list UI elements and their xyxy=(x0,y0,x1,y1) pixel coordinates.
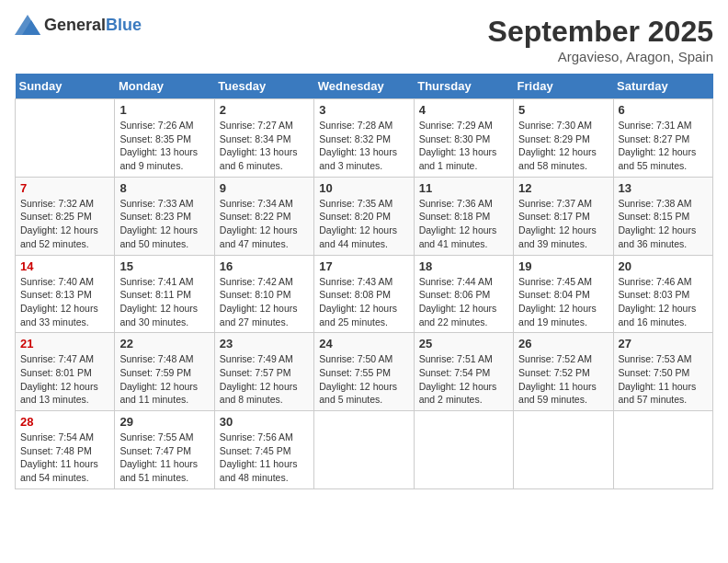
day-info: Sunrise: 7:48 AMSunset: 7:59 PMDaylight:… xyxy=(119,352,209,407)
day-info: Sunrise: 7:50 AMSunset: 7:55 PMDaylight:… xyxy=(319,352,408,407)
calendar-cell: 11Sunrise: 7:36 AMSunset: 8:18 PMDayligh… xyxy=(414,177,513,255)
day-number: 4 xyxy=(419,103,508,117)
day-info: Sunrise: 7:53 AMSunset: 7:50 PMDaylight:… xyxy=(619,352,708,407)
day-info: Sunrise: 7:35 AMSunset: 8:20 PMDaylight:… xyxy=(319,197,408,251)
day-info: Sunrise: 7:56 AMSunset: 7:45 PMDaylight:… xyxy=(220,431,309,485)
calendar-table: SundayMondayTuesdayWednesdayThursdayFrid… xyxy=(15,74,713,489)
calendar-cell xyxy=(514,411,613,489)
day-number: 11 xyxy=(419,181,508,195)
calendar-cell: 13Sunrise: 7:38 AMSunset: 8:15 PMDayligh… xyxy=(613,177,712,255)
page-header: GeneralBlue September 2025 Argavieso, Ar… xyxy=(15,15,713,64)
day-info: Sunrise: 7:40 AMSunset: 8:13 PMDaylight:… xyxy=(20,275,109,329)
day-number: 20 xyxy=(619,259,708,273)
calendar-cell xyxy=(613,411,712,489)
title-block: September 2025 Argavieso, Aragon, Spain xyxy=(488,15,713,64)
calendar-cell: 8Sunrise: 7:33 AMSunset: 8:23 PMDaylight… xyxy=(115,177,214,255)
day-info: Sunrise: 7:36 AMSunset: 8:18 PMDaylight:… xyxy=(419,197,508,251)
day-info: Sunrise: 7:46 AMSunset: 8:03 PMDaylight:… xyxy=(619,275,708,329)
day-info: Sunrise: 7:31 AMSunset: 8:27 PMDaylight:… xyxy=(619,119,708,173)
calendar-cell: 4Sunrise: 7:29 AMSunset: 8:30 PMDaylight… xyxy=(414,99,513,178)
calendar-cell: 6Sunrise: 7:31 AMSunset: 8:27 PMDaylight… xyxy=(613,99,712,178)
week-row-3: 14Sunrise: 7:40 AMSunset: 8:13 PMDayligh… xyxy=(16,255,713,333)
day-number: 3 xyxy=(319,103,408,117)
day-info: Sunrise: 7:54 AMSunset: 7:48 PMDaylight:… xyxy=(20,431,109,485)
day-number: 18 xyxy=(419,259,508,273)
day-info: Sunrise: 7:55 AMSunset: 7:47 PMDaylight:… xyxy=(119,431,209,485)
day-number: 15 xyxy=(119,259,209,273)
day-info: Sunrise: 7:30 AMSunset: 8:29 PMDaylight:… xyxy=(518,119,608,173)
day-info: Sunrise: 7:32 AMSunset: 8:25 PMDaylight:… xyxy=(20,197,109,251)
day-number: 25 xyxy=(419,337,508,350)
day-info: Sunrise: 7:34 AMSunset: 8:22 PMDaylight:… xyxy=(220,197,309,251)
day-info: Sunrise: 7:44 AMSunset: 8:06 PMDaylight:… xyxy=(419,275,508,329)
calendar-cell: 19Sunrise: 7:45 AMSunset: 8:04 PMDayligh… xyxy=(514,255,613,333)
weekday-header-friday: Friday xyxy=(514,74,613,99)
calendar-cell xyxy=(16,99,115,178)
logo-blue: Blue xyxy=(106,16,142,34)
calendar-cell: 26Sunrise: 7:52 AMSunset: 7:52 PMDayligh… xyxy=(514,333,613,411)
calendar-cell: 28Sunrise: 7:54 AMSunset: 7:48 PMDayligh… xyxy=(16,411,115,489)
calendar-cell: 12Sunrise: 7:37 AMSunset: 8:17 PMDayligh… xyxy=(514,177,613,255)
weekday-header-thursday: Thursday xyxy=(414,74,513,99)
calendar-cell: 25Sunrise: 7:51 AMSunset: 7:54 PMDayligh… xyxy=(414,333,513,411)
calendar-cell: 7Sunrise: 7:32 AMSunset: 8:25 PMDaylight… xyxy=(16,177,115,255)
day-number: 24 xyxy=(319,337,408,350)
logo: GeneralBlue xyxy=(15,15,142,35)
calendar-cell: 30Sunrise: 7:56 AMSunset: 7:45 PMDayligh… xyxy=(214,411,313,489)
day-number: 28 xyxy=(20,415,109,429)
day-number: 12 xyxy=(518,181,608,195)
location-title: Argavieso, Aragon, Spain xyxy=(488,49,713,64)
day-info: Sunrise: 7:27 AMSunset: 8:34 PMDaylight:… xyxy=(220,119,309,173)
logo-general: General xyxy=(44,16,106,34)
day-number: 6 xyxy=(619,103,708,117)
day-info: Sunrise: 7:42 AMSunset: 8:10 PMDaylight:… xyxy=(220,275,309,329)
logo-icon xyxy=(15,15,40,35)
weekday-header-wednesday: Wednesday xyxy=(314,74,414,99)
week-row-2: 7Sunrise: 7:32 AMSunset: 8:25 PMDaylight… xyxy=(16,177,713,255)
calendar-cell: 23Sunrise: 7:49 AMSunset: 7:57 PMDayligh… xyxy=(214,333,313,411)
day-number: 23 xyxy=(220,337,309,350)
day-info: Sunrise: 7:28 AMSunset: 8:32 PMDaylight:… xyxy=(319,119,408,173)
day-info: Sunrise: 7:38 AMSunset: 8:15 PMDaylight:… xyxy=(619,197,708,251)
weekday-header-monday: Monday xyxy=(115,74,214,99)
calendar-cell: 10Sunrise: 7:35 AMSunset: 8:20 PMDayligh… xyxy=(314,177,414,255)
calendar-cell: 18Sunrise: 7:44 AMSunset: 8:06 PMDayligh… xyxy=(414,255,513,333)
day-number: 29 xyxy=(119,415,209,429)
day-info: Sunrise: 7:29 AMSunset: 8:30 PMDaylight:… xyxy=(419,119,508,173)
weekday-header-row: SundayMondayTuesdayWednesdayThursdayFrid… xyxy=(16,74,713,99)
calendar-cell: 17Sunrise: 7:43 AMSunset: 8:08 PMDayligh… xyxy=(314,255,414,333)
day-info: Sunrise: 7:26 AMSunset: 8:35 PMDaylight:… xyxy=(119,119,209,173)
calendar-cell: 15Sunrise: 7:41 AMSunset: 8:11 PMDayligh… xyxy=(115,255,214,333)
calendar-body: 1Sunrise: 7:26 AMSunset: 8:35 PMDaylight… xyxy=(16,99,713,489)
day-info: Sunrise: 7:33 AMSunset: 8:23 PMDaylight:… xyxy=(119,197,209,251)
day-info: Sunrise: 7:41 AMSunset: 8:11 PMDaylight:… xyxy=(119,275,209,329)
day-info: Sunrise: 7:47 AMSunset: 8:01 PMDaylight:… xyxy=(20,352,109,407)
day-info: Sunrise: 7:52 AMSunset: 7:52 PMDaylight:… xyxy=(518,352,608,407)
day-number: 26 xyxy=(518,337,608,350)
day-number: 7 xyxy=(20,181,109,195)
week-row-5: 28Sunrise: 7:54 AMSunset: 7:48 PMDayligh… xyxy=(16,411,713,489)
day-number: 22 xyxy=(119,337,209,350)
calendar-cell xyxy=(414,411,513,489)
day-number: 30 xyxy=(220,415,309,429)
week-row-1: 1Sunrise: 7:26 AMSunset: 8:35 PMDaylight… xyxy=(16,99,713,178)
day-number: 10 xyxy=(319,181,408,195)
day-info: Sunrise: 7:51 AMSunset: 7:54 PMDaylight:… xyxy=(419,352,508,407)
day-number: 19 xyxy=(518,259,608,273)
day-number: 5 xyxy=(518,103,608,117)
calendar-cell: 16Sunrise: 7:42 AMSunset: 8:10 PMDayligh… xyxy=(214,255,313,333)
calendar-cell: 2Sunrise: 7:27 AMSunset: 8:34 PMDaylight… xyxy=(214,99,313,178)
day-number: 9 xyxy=(220,181,309,195)
weekday-header-sunday: Sunday xyxy=(16,74,115,99)
weekday-header-saturday: Saturday xyxy=(613,74,712,99)
calendar-cell: 22Sunrise: 7:48 AMSunset: 7:59 PMDayligh… xyxy=(115,333,214,411)
calendar-cell: 27Sunrise: 7:53 AMSunset: 7:50 PMDayligh… xyxy=(613,333,712,411)
day-number: 14 xyxy=(20,259,109,273)
calendar-cell: 21Sunrise: 7:47 AMSunset: 8:01 PMDayligh… xyxy=(16,333,115,411)
day-info: Sunrise: 7:37 AMSunset: 8:17 PMDaylight:… xyxy=(518,197,608,251)
day-info: Sunrise: 7:45 AMSunset: 8:04 PMDaylight:… xyxy=(518,275,608,329)
day-number: 17 xyxy=(319,259,408,273)
day-info: Sunrise: 7:43 AMSunset: 8:08 PMDaylight:… xyxy=(319,275,408,329)
weekday-header-tuesday: Tuesday xyxy=(214,74,313,99)
calendar-cell: 9Sunrise: 7:34 AMSunset: 8:22 PMDaylight… xyxy=(214,177,313,255)
